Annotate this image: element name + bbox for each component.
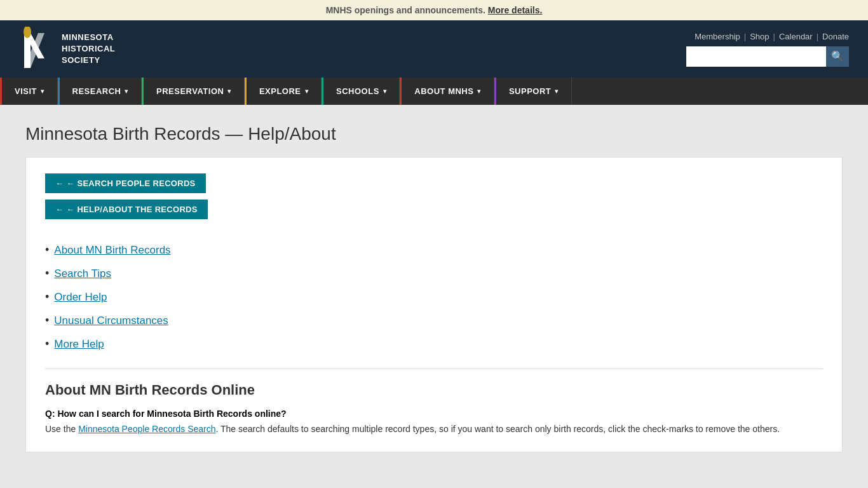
announcement-text: MNHS openings and announcements. [326, 5, 485, 15]
header: MINNESOTA HISTORICAL SOCIETY Membership … [0, 20, 868, 78]
nav-item-visit[interactable]: VISIT ▾ [0, 78, 58, 105]
shop-link[interactable]: Shop [750, 32, 769, 41]
header-right: Membership | Shop | Calendar | Donate 🔍 [686, 32, 849, 67]
search-people-records-button[interactable]: ← SEARCH PEOPLE RECORDS [45, 173, 206, 193]
list-item-search-tips: Search Tips [45, 262, 823, 285]
logo-area: MINNESOTA HISTORICAL SOCIETY [19, 27, 115, 71]
support-label: SUPPORT [509, 86, 551, 96]
donate-link[interactable]: Donate [822, 32, 849, 41]
research-arrow: ▾ [125, 88, 128, 95]
sep2: | [773, 32, 775, 41]
list-item-about: About MN Birth Records [45, 238, 823, 262]
faq-answer: Use the Minnesota People Records Search.… [45, 423, 823, 436]
schools-arrow: ▾ [383, 88, 387, 95]
visit-label: VISIT [15, 86, 37, 96]
faq-question: Q: How can I search for Minnesota Birth … [45, 409, 823, 419]
sep3: | [817, 32, 818, 41]
search-tips-link[interactable]: Search Tips [54, 268, 111, 280]
preservation-arrow: ▾ [227, 88, 231, 95]
calendar-link[interactable]: Calendar [779, 32, 813, 41]
nav-item-explore[interactable]: EXPLORE ▾ [245, 78, 322, 105]
faq-answer-prefix: Use the [45, 424, 78, 434]
visit-arrow: ▾ [41, 88, 44, 95]
preservation-label: PRESERVATION [156, 86, 224, 96]
main-nav: VISIT ▾ RESEARCH ▾ PRESERVATION ▾ EXPLOR… [0, 78, 868, 105]
search-input[interactable] [686, 46, 826, 67]
logo-line1: MINNESOTA [62, 32, 115, 43]
support-arrow: ▾ [555, 88, 559, 95]
list-item-unusual: Unusual Circumstances [45, 309, 823, 332]
announcement-link[interactable]: More details. [488, 5, 543, 15]
research-label: RESEARCH [72, 86, 121, 96]
content-wrapper: Minnesota Birth Records — Help/About ← S… [0, 105, 868, 471]
nav-item-support[interactable]: SUPPORT ▾ [494, 78, 572, 105]
unusual-circumstances-link[interactable]: Unusual Circumstances [54, 315, 168, 327]
section-title: About MN Birth Records Online [45, 382, 823, 398]
list-item-more-help: More Help [45, 332, 823, 356]
section-divider [45, 369, 823, 369]
main-content-box: ← SEARCH PEOPLE RECORDS ← HELP/ABOUT THE… [25, 157, 843, 452]
mnhs-logo-icon [19, 27, 54, 71]
about-arrow: ▾ [477, 88, 481, 95]
page-title: Minnesota Birth Records — Help/About [25, 124, 843, 144]
logo-line3: SOCIETY [62, 55, 115, 66]
logo-line2: HISTORICAL [62, 43, 115, 55]
search-button[interactable]: 🔍 [826, 46, 849, 67]
announcement-bar: MNHS openings and announcements. More de… [0, 0, 868, 20]
membership-link[interactable]: Membership [695, 32, 740, 41]
top-nav: Membership | Shop | Calendar | Donate [695, 32, 849, 41]
nav-item-schools[interactable]: SCHOOLS ▾ [322, 78, 400, 105]
help-about-records-button[interactable]: ← HELP/ABOUT THE RECORDS [45, 200, 208, 219]
people-records-search-link[interactable]: Minnesota People Records Search [78, 424, 215, 434]
schools-label: SCHOOLS [336, 86, 379, 96]
faq-answer-suffix: . The search defaults to searching multi… [215, 424, 780, 434]
explore-label: EXPLORE [259, 86, 301, 96]
links-list: About MN Birth Records Search Tips Order… [45, 238, 823, 356]
about-mn-birth-records-link[interactable]: About MN Birth Records [54, 244, 170, 257]
nav-item-research[interactable]: RESEARCH ▾ [58, 78, 142, 105]
list-item-order-help: Order Help [45, 285, 823, 309]
search-icon: 🔍 [831, 50, 844, 62]
nav-item-preservation[interactable]: PRESERVATION ▾ [142, 78, 245, 105]
order-help-link[interactable]: Order Help [54, 291, 107, 304]
about-label: ABOUT MNHS [414, 86, 473, 96]
explore-arrow: ▾ [305, 88, 309, 95]
search-area: 🔍 [686, 46, 849, 67]
nav-item-about[interactable]: ABOUT MNHS ▾ [400, 78, 494, 105]
more-help-link[interactable]: More Help [54, 338, 104, 351]
sep1: | [744, 32, 746, 41]
logo-text: MINNESOTA HISTORICAL SOCIETY [62, 32, 115, 67]
